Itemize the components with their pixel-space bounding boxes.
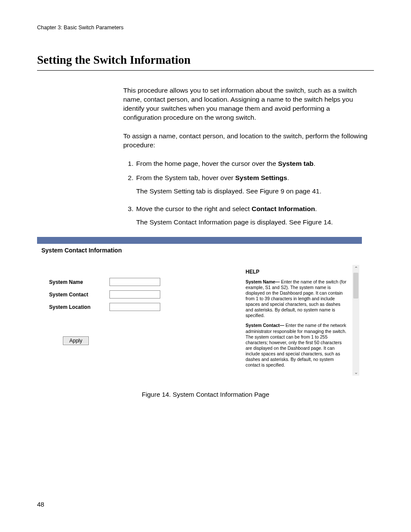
system-name-row: System Name (49, 278, 243, 286)
step-2-sub: The System Setting tab is displayed. See… (136, 187, 370, 196)
page-number: 48 (37, 500, 44, 509)
section-rule (37, 70, 374, 71)
system-location-label: System Location (49, 304, 109, 311)
figure-caption: Figure 14. System Contact Information Pa… (37, 390, 374, 399)
scroll-up-icon[interactable]: ⌃ (352, 265, 359, 272)
system-name-input[interactable] (109, 278, 160, 286)
panel-title: System Contact Information (37, 244, 362, 261)
system-location-row: System Location (49, 303, 243, 311)
apply-button[interactable]: Apply (63, 336, 89, 345)
help-scrollbar[interactable]: ⌃ ⌄ (352, 265, 359, 376)
step-3-bold: Contact Information (252, 205, 315, 212)
system-location-input[interactable] (109, 303, 160, 311)
help-system-name-text: Enter the name of the switch (for exampl… (246, 279, 346, 318)
step-1-text-a: From the home page, hover the cursor ove… (136, 160, 278, 167)
step-1: From the home page, hover the cursor ove… (135, 159, 370, 168)
screenshot-panel: System Contact Information System Name S… (37, 237, 362, 379)
system-contact-label: System Contact (49, 291, 109, 298)
help-system-name-label: System Name— (246, 279, 280, 284)
step-1-text-c: . (314, 160, 315, 167)
panel-body: System Name System Contact System Locati… (37, 261, 362, 379)
step-3-text-a: Move the cursor to the right and select (136, 205, 252, 212)
procedure-steps: From the home page, hover the cursor ove… (123, 159, 370, 227)
document-page: Chapter 3: Basic Switch Parameters Setti… (0, 0, 411, 532)
chapter-header: Chapter 3: Basic Switch Parameters (37, 24, 374, 31)
step-3-sub: The System Contact Information page is d… (136, 218, 370, 227)
figure-14: System Contact Information System Name S… (37, 237, 374, 399)
step-2-bold: System Settings (235, 174, 287, 181)
help-title: HELP (246, 268, 349, 275)
step-2: From the System tab, hover over System S… (135, 174, 370, 196)
help-system-name: System Name— Enter the name of the switc… (246, 279, 349, 319)
lead-paragraph: To assign a name, contact person, and lo… (123, 132, 370, 150)
help-system-contact-text: Enter the name of the network administra… (246, 323, 346, 367)
help-area: HELP System Name— Enter the name of the … (243, 265, 359, 376)
apply-wrap: Apply (63, 336, 243, 345)
step-2-text-c: . (287, 174, 289, 181)
help-system-contact: System Contact— Enter the name of the ne… (246, 323, 349, 368)
scroll-handle[interactable] (353, 273, 358, 299)
intro-paragraph: This procedure allows you to set informa… (123, 86, 370, 122)
help-system-contact-label: System Contact— (246, 323, 284, 328)
form-area: System Name System Contact System Locati… (40, 265, 243, 376)
step-3-text-c: . (315, 205, 317, 212)
section-title: Setting the Switch Information (37, 52, 374, 68)
system-contact-row: System Contact (49, 290, 243, 299)
scroll-down-icon[interactable]: ⌄ (352, 369, 359, 376)
system-name-label: System Name (49, 279, 109, 286)
step-2-text-a: From the System tab, hover over (136, 174, 235, 181)
step-1-bold: System tab (278, 160, 314, 167)
step-3: Move the cursor to the right and select … (135, 205, 370, 227)
system-contact-input[interactable] (109, 290, 160, 299)
body-column: This procedure allows you to set informa… (123, 86, 370, 227)
